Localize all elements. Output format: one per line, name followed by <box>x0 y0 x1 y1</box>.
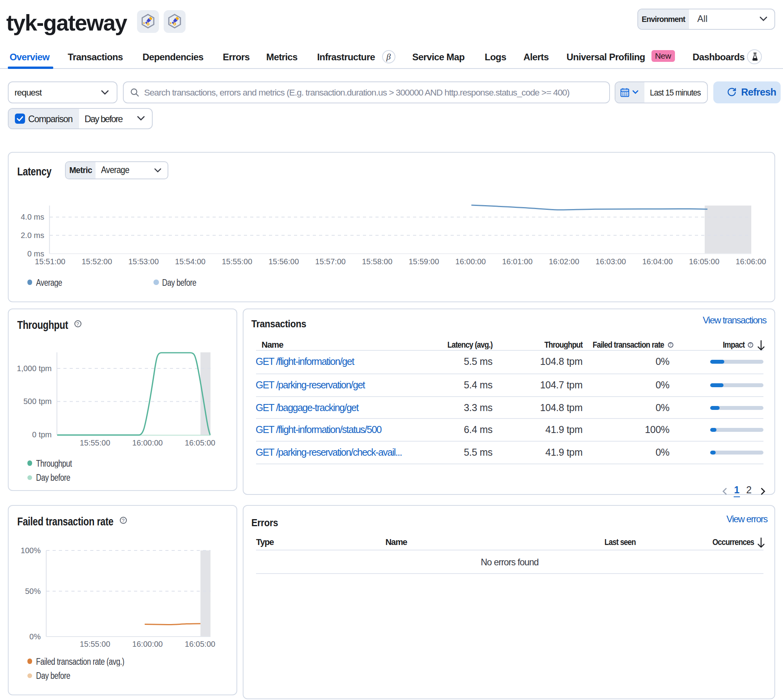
svg-text:15:51:00: 15:51:00 <box>35 257 65 266</box>
svg-text:16:01:00: 16:01:00 <box>502 257 532 266</box>
svg-text:16:05:00: 16:05:00 <box>689 257 720 266</box>
svg-text:50%: 50% <box>25 587 41 595</box>
svg-text:4.0 ms: 4.0 ms <box>21 213 44 221</box>
svg-text:16:05:00: 16:05:00 <box>185 640 215 648</box>
svg-text:2.0 ms: 2.0 ms <box>21 231 44 240</box>
svg-text:500 tpm: 500 tpm <box>23 397 52 406</box>
svg-text:16:03:00: 16:03:00 <box>595 257 626 266</box>
svg-text:16:00:00: 16:00:00 <box>455 257 486 266</box>
svg-text:15:55:00: 15:55:00 <box>222 257 252 266</box>
svg-text:15:55:00: 15:55:00 <box>80 640 110 648</box>
svg-text:16:00:00: 16:00:00 <box>132 640 163 648</box>
svg-text:16:04:00: 16:04:00 <box>642 257 673 266</box>
svg-text:16:06:00: 16:06:00 <box>736 257 766 266</box>
svg-text:15:59:00: 15:59:00 <box>409 257 439 266</box>
svg-text:0%: 0% <box>29 632 41 641</box>
svg-text:1,000 tpm: 1,000 tpm <box>17 364 52 373</box>
svg-text:16:05:00: 16:05:00 <box>185 438 215 447</box>
svg-text:16:00:00: 16:00:00 <box>132 438 163 447</box>
svg-text:0 tpm: 0 tpm <box>32 430 52 439</box>
svg-text:15:58:00: 15:58:00 <box>362 257 392 266</box>
svg-text:15:54:00: 15:54:00 <box>175 257 206 266</box>
svg-text:100%: 100% <box>21 546 41 555</box>
svg-text:15:57:00: 15:57:00 <box>315 257 346 266</box>
svg-text:15:53:00: 15:53:00 <box>128 257 159 266</box>
svg-text:0 ms: 0 ms <box>27 249 44 258</box>
svg-text:15:52:00: 15:52:00 <box>81 257 112 266</box>
svg-text:15:56:00: 15:56:00 <box>269 257 299 266</box>
svg-text:15:55:00: 15:55:00 <box>80 438 110 447</box>
svg-text:16:02:00: 16:02:00 <box>549 257 579 266</box>
